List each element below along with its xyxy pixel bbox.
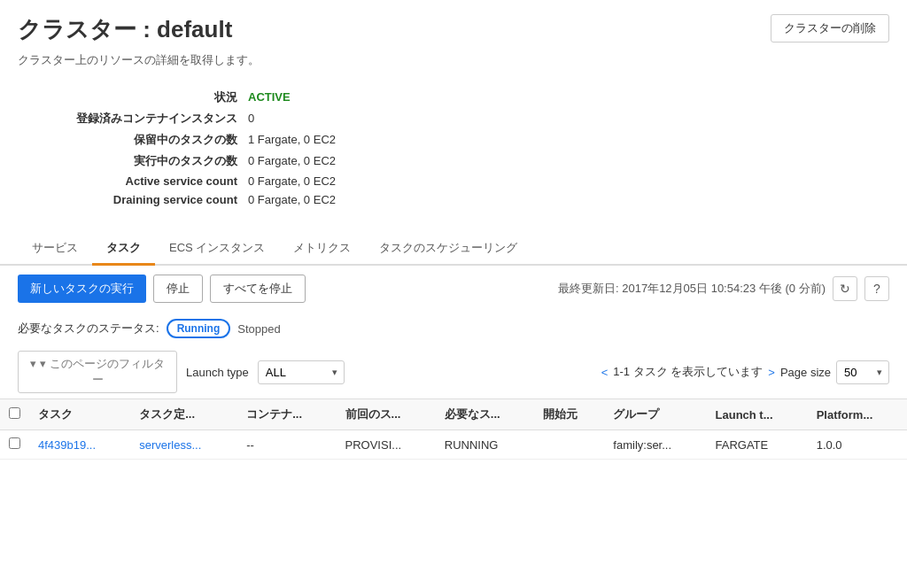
tab-services[interactable]: サービス [18, 233, 92, 266]
draining-service-label: Draining service count [18, 193, 248, 206]
running-label: 実行中のタスクの数 [18, 153, 248, 169]
table-header-row: タスク タスク定... コンテナ... 前回のス... 必要なス... 開始元 … [0, 399, 907, 430]
help-icon: ? [873, 282, 880, 296]
launch-type-label: Launch type [186, 366, 249, 379]
launch-type-select[interactable]: ALL FARGATE EC2 [258, 360, 345, 384]
stop-all-button[interactable]: すべてを停止 [210, 275, 306, 303]
tasks-table: タスク タスク定... コンテナ... 前回のス... 必要なス... 開始元 … [0, 398, 907, 460]
row-checkbox[interactable] [9, 437, 20, 449]
next-page-nav[interactable]: > [768, 366, 775, 379]
page-header: クラスター : default クラスターの削除 [0, 0, 907, 52]
status-value: ACTIVE [248, 90, 291, 104]
status-label: 状況 [18, 89, 248, 105]
col-started-by: 開始元 [534, 399, 604, 430]
last-updated-text: 最終更新日: 2017年12月05日 10:54:23 午後 (0 分前) [558, 281, 826, 297]
registered-label: 登録済みコンテナインスタンス [18, 111, 248, 127]
row-task[interactable]: 4f439b19... [29, 430, 130, 460]
row-started-by [534, 430, 604, 460]
col-last-status: 前回のス... [337, 399, 436, 430]
registered-value: 0 [248, 112, 254, 125]
active-service-label: Active service count [18, 174, 248, 188]
row-containers: -- [237, 430, 336, 460]
running-value: 0 Fargate, 0 EC2 [248, 154, 336, 167]
draining-service-value: 0 Fargate, 0 EC2 [248, 193, 336, 206]
col-platform: Platform... [808, 399, 907, 430]
refresh-button[interactable]: ↻ [833, 276, 857, 301]
run-task-button[interactable]: 新しいタスクの実行 [18, 275, 146, 303]
col-desired-status: 必要なス... [436, 399, 534, 430]
toolbar: 新しいタスクの実行 停止 すべてを停止 最終更新日: 2017年12月05日 1… [0, 266, 907, 312]
pending-value: 1 Fargate, 0 EC2 [248, 133, 336, 146]
active-service-row: Active service count 0 Fargate, 0 EC2 [18, 174, 889, 188]
row-last-status: PROVISI... [337, 430, 436, 460]
refresh-icon: ↻ [840, 282, 850, 296]
col-launch-type: Launch t... [707, 399, 808, 430]
launch-type-select-wrap: ALL FARGATE EC2 [258, 360, 345, 384]
row-desired-status: RUNNING [436, 430, 534, 460]
status-filter-label: 必要なタスクのステータス: [18, 321, 159, 337]
info-section: 状況 ACTIVE 登録済みコンテナインスタンス 0 保留中のタスクの数 1 F… [0, 82, 907, 226]
running-badge[interactable]: Running [167, 319, 231, 338]
prev-page-nav[interactable]: < [601, 366, 609, 379]
pending-row: 保留中のタスクの数 1 Fargate, 0 EC2 [18, 132, 889, 148]
row-task-def[interactable]: serverless... [130, 430, 237, 460]
page-size-label: Page size [780, 366, 831, 379]
tab-tasks[interactable]: タスク [92, 233, 155, 266]
col-group: グループ [604, 399, 706, 430]
draining-service-row: Draining service count 0 Fargate, 0 EC2 [18, 193, 889, 206]
row-group: family:ser... [604, 430, 706, 460]
pending-label: 保留中のタスクの数 [18, 132, 248, 148]
page-size-select-wrap: 10 20 50 100 [836, 360, 889, 384]
delete-cluster-button[interactable]: クラスターの削除 [771, 14, 889, 43]
tab-metrics[interactable]: メトリクス [279, 233, 365, 266]
pagination-text: 1-1 タスク を表示しています [613, 364, 763, 380]
status-row: 状況 ACTIVE [18, 89, 889, 105]
tabs-bar: サービス タスク ECS インスタンス メトリクス タスクのスケジューリング [0, 233, 907, 266]
col-containers: コンテナ... [237, 399, 336, 430]
running-tasks-row: 実行中のタスクの数 0 Fargate, 0 EC2 [18, 153, 889, 169]
row-platform: 1.0.0 [808, 430, 907, 460]
filter-placeholder-text: ▾ このページのフィルター [40, 357, 165, 386]
table-row: 4f439b19... serverless... -- PROVISI... … [0, 430, 907, 460]
status-filter: 必要なタスクのステータス: Running Stopped [0, 312, 907, 345]
stopped-badge[interactable]: Stopped [237, 322, 280, 336]
registered-row: 登録済みコンテナインスタンス 0 [18, 111, 889, 127]
row-launch-type: FARGATE [707, 430, 808, 460]
filter-icon: ▾ [30, 357, 40, 370]
stop-button[interactable]: 停止 [153, 275, 203, 303]
filter-bar: ▾ ▾ このページのフィルター Launch type ALL FARGATE … [0, 345, 907, 398]
tab-ecs-instances[interactable]: ECS インスタンス [155, 233, 279, 266]
active-service-value: 0 Fargate, 0 EC2 [248, 174, 336, 188]
page-subtitle: クラスター上のリソースの詳細を取得します。 [0, 52, 907, 82]
filter-input-button[interactable]: ▾ ▾ このページのフィルター [18, 351, 177, 393]
help-button[interactable]: ? [864, 276, 889, 301]
select-all-col [0, 399, 29, 430]
pagination-info: < 1-1 タスク を表示しています > Page size 10 20 50 … [601, 360, 889, 384]
col-task: タスク [29, 399, 130, 430]
page-title: クラスター : default [18, 14, 232, 45]
tab-task-scheduling[interactable]: タスクのスケジューリング [365, 233, 531, 266]
page-size-select[interactable]: 10 20 50 100 [836, 360, 889, 384]
col-task-def: タスク定... [130, 399, 237, 430]
select-all-checkbox[interactable] [9, 407, 20, 419]
row-checkbox-cell[interactable] [0, 430, 29, 460]
